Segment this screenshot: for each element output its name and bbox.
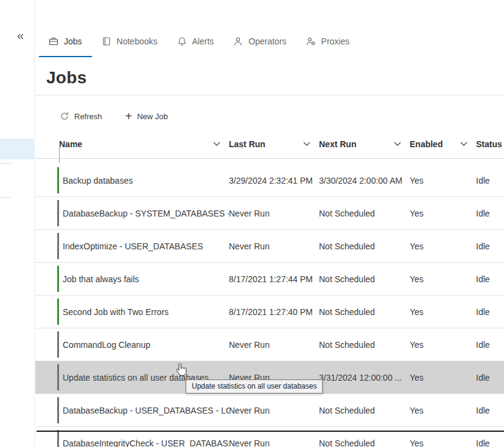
column-header-last-run[interactable]: Last Run xyxy=(229,139,319,149)
cell-status: Idle xyxy=(476,176,504,185)
cell-enabled: Yes xyxy=(410,176,476,185)
column-header-status-label: Status xyxy=(476,139,502,149)
cell-name: DatabaseBackup - USER_DATABASES - LOG xyxy=(35,406,229,415)
cell-name: DatabaseIntegrityCheck - USER_DATABASE xyxy=(35,438,229,447)
tab-proxies-label: Proxies xyxy=(321,36,350,46)
tab-operators[interactable]: Operators xyxy=(223,27,296,57)
header-fragment-line xyxy=(59,147,60,163)
table-row[interactable]: DatabaseIntegrityCheck - USER_DATABASE N… xyxy=(35,427,504,447)
cell-next-run: Not Scheduled xyxy=(319,209,410,218)
jobs-table-header: Name Last Run Next Run Enabled Status xyxy=(35,130,504,159)
refresh-icon xyxy=(60,111,69,121)
tab-jobs-label: Jobs xyxy=(64,36,82,46)
row-status-indicator xyxy=(57,266,59,292)
column-header-name[interactable]: Name xyxy=(35,139,229,149)
alert-bell-icon xyxy=(177,36,187,46)
cell-name: Backup databases xyxy=(35,176,229,185)
refresh-button[interactable]: Refresh xyxy=(60,111,102,121)
cell-enabled: Yes xyxy=(410,209,476,218)
cell-enabled: Yes xyxy=(410,307,476,317)
collapsed-sidebar: « xyxy=(0,0,35,447)
cell-last-run: Never Run xyxy=(229,209,319,218)
cell-next-run: Not Scheduled xyxy=(319,241,410,251)
table-row[interactable]: CommandLog Cleanup Never Run Not Schedul… xyxy=(35,328,504,361)
tab-notebooks[interactable]: Notebooks xyxy=(92,27,167,57)
tab-operators-label: Operators xyxy=(248,36,286,46)
cell-enabled: Yes xyxy=(410,406,476,415)
tab-notebooks-label: Notebooks xyxy=(117,36,158,46)
cell-last-run: Never Run xyxy=(229,241,319,251)
row-status-indicator xyxy=(57,233,59,259)
cell-status: Idle xyxy=(476,241,504,251)
cell-status: Idle xyxy=(476,438,504,447)
column-header-enabled[interactable]: Enabled xyxy=(410,139,476,149)
cell-next-run: Not Scheduled xyxy=(319,274,410,284)
table-row[interactable]: Second Job with Two Errors 8/17/2021 1:2… xyxy=(35,296,504,328)
cell-enabled: Yes xyxy=(410,438,476,447)
cell-next-run: Not Scheduled xyxy=(319,307,410,317)
title-divider xyxy=(35,95,504,95)
column-header-status[interactable]: Status xyxy=(476,139,504,149)
table-row[interactable]: DatabaseBackup - SYSTEM_DATABASES - F Ne… xyxy=(35,197,504,230)
row-status-indicator xyxy=(57,299,59,325)
tab-alerts-label: Alerts xyxy=(192,36,214,46)
sidebar-selected-item[interactable] xyxy=(0,139,35,159)
row-status-indicator xyxy=(57,397,59,423)
chevron-down-icon[interactable] xyxy=(303,142,310,147)
cell-next-run: Not Scheduled xyxy=(319,406,410,415)
table-row[interactable]: Backup databases 3/29/2024 2:32:41 PM 3/… xyxy=(35,164,504,197)
tab-jobs[interactable]: Jobs xyxy=(39,27,92,57)
chevron-down-icon[interactable] xyxy=(213,142,220,147)
cell-last-run: 3/29/2024 2:32:41 PM xyxy=(229,176,319,185)
cell-enabled: Yes xyxy=(410,241,476,251)
table-bottom-border xyxy=(37,431,504,432)
plus-icon: + xyxy=(125,111,133,121)
row-status-indicator xyxy=(57,200,59,226)
table-row[interactable]: Job that always fails 8/17/2021 1:27:44 … xyxy=(35,263,504,296)
new-job-button[interactable]: + New Job xyxy=(125,111,168,121)
sidebar-divider xyxy=(0,163,11,164)
table-row[interactable]: IndexOptimize - USER_DATABASES Never Run… xyxy=(35,230,504,263)
briefcase-icon xyxy=(49,36,58,46)
cell-last-run: Never Run xyxy=(229,340,319,350)
cell-next-run: Not Scheduled xyxy=(319,340,410,350)
row-status-indicator xyxy=(57,430,59,447)
row-status-indicator xyxy=(57,167,59,193)
tab-proxies[interactable]: Proxies xyxy=(296,27,360,57)
cell-next-run: 3/31/2024 12:00:00 ... xyxy=(319,373,410,383)
cell-last-run: 8/17/2021 1:27:40 PM xyxy=(229,307,319,317)
cell-name: Second Job with Two Errors xyxy=(35,307,229,317)
collapse-panel-icon[interactable]: « xyxy=(17,29,24,41)
column-header-name-label: Name xyxy=(59,139,82,149)
notebook-icon xyxy=(102,36,111,46)
tab-alerts[interactable]: Alerts xyxy=(167,27,224,57)
person-gear-icon xyxy=(306,36,316,46)
cell-name: IndexOptimize - USER_DATABASES xyxy=(35,241,229,251)
cell-last-run: 8/17/2021 1:27:44 PM xyxy=(229,274,319,284)
column-header-last-run-label: Last Run xyxy=(229,139,265,149)
row-status-indicator xyxy=(57,331,59,358)
cell-next-run: 3/30/2024 2:00:00 AM xyxy=(319,176,410,185)
cell-status: Idle xyxy=(476,307,504,317)
cell-enabled: Yes xyxy=(410,373,476,383)
row-status-indicator xyxy=(57,364,59,390)
cell-next-run: Not Scheduled xyxy=(319,438,410,447)
tab-bar: Jobs Notebooks Alerts Operators xyxy=(39,27,359,57)
job-name-tooltip: Update statistics on all user databases xyxy=(186,379,323,393)
sidebar-divider xyxy=(0,197,11,198)
cell-status: Idle xyxy=(476,406,504,415)
chevron-down-icon[interactable] xyxy=(460,142,467,147)
page-title: Jobs xyxy=(46,68,87,88)
cell-enabled: Yes xyxy=(410,340,476,350)
person-icon xyxy=(233,36,243,46)
new-job-button-label: New Job xyxy=(137,112,168,121)
cell-status: Idle xyxy=(476,340,504,350)
cell-name: DatabaseBackup - SYSTEM_DATABASES - F xyxy=(35,209,229,218)
table-row[interactable]: DatabaseBackup - USER_DATABASES - LOG Ne… xyxy=(35,394,504,427)
chevron-down-icon[interactable] xyxy=(394,142,401,147)
column-header-next-run[interactable]: Next Run xyxy=(319,139,410,149)
cell-status: Idle xyxy=(476,209,504,218)
cell-status: Idle xyxy=(476,373,504,383)
column-header-next-run-label: Next Run xyxy=(319,139,356,149)
refresh-button-label: Refresh xyxy=(74,112,102,121)
